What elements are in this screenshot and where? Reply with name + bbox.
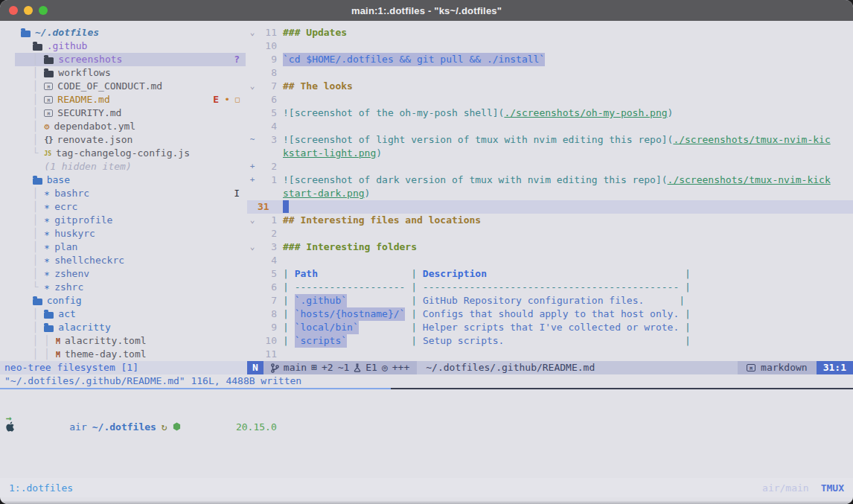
error-count: E1 — [365, 361, 377, 374]
shell-prompt: air ~/.dotfiles ↻ 20.15.0 — [6, 399, 277, 454]
tree-item-code-of-conduct[interactable]: │ CODE_OF_CONDUCT.md — [15, 80, 246, 93]
tree-item-label: act — [58, 307, 75, 321]
editor-line[interactable]: 5 ![screenshot of the oh-my-posh shell](… — [247, 106, 853, 120]
git-unstaged-badge: □ — [235, 93, 240, 106]
markdown-icon — [747, 364, 755, 371]
tree-item-base[interactable]: base — [15, 173, 246, 187]
tree-item-ecrc[interactable]: │ ∗ ecrc — [15, 200, 246, 214]
tree-item-screenshots[interactable]: │ screenshots ? — [15, 53, 246, 66]
tree-item-github[interactable]: .github — [15, 39, 246, 53]
editor-line[interactable]: 7 | `.github` | GitHub Repository config… — [247, 294, 853, 307]
editor-line[interactable]: ⌄ 1 ## Interesting files and locations — [247, 214, 853, 227]
editor-line[interactable]: 4 — [247, 120, 853, 133]
tree-item-act[interactable]: │ act — [15, 307, 246, 321]
markdown-link[interactable]: kstart-light.png — [283, 147, 376, 160]
tree-item-label: renovate.json — [57, 133, 133, 147]
toml-file-icon: M — [56, 351, 60, 359]
nvim-workspace: ~/.dotfiles .github │ screenshots ? │ — [0, 21, 853, 361]
tree-item-workflows[interactable]: │ workflows — [15, 66, 246, 80]
markdown-link[interactable]: ./screenshots/tmux-nvim-kic — [673, 133, 830, 147]
tree-item-theme-day-toml[interactable]: │ │ M theme-day.toml — [15, 348, 246, 361]
tree-item-shellcheckrc[interactable]: │ ∗ shellcheckrc — [15, 254, 246, 267]
editor-line[interactable]: ⌄ 11 ### Updates — [247, 26, 853, 39]
editor-line[interactable]: + 1 ![screenshot of dark version of tmux… — [247, 173, 853, 187]
tree-item-renovate[interactable]: │ {} renovate.json — [15, 133, 246, 147]
folder-icon — [21, 29, 31, 37]
tree-item-label: CODE_OF_CONDUCT.md — [57, 80, 162, 93]
tree-item-config[interactable]: config — [15, 294, 246, 307]
prompt-arrow: → — [6, 412, 12, 424]
editor-line-wrap[interactable]: start-dark.png) — [247, 187, 853, 200]
diagnostic-error-badge: E — [213, 93, 219, 106]
editor-line[interactable]: 9 `cd $HOME/.dotfiles && git pull && ./i… — [247, 53, 853, 66]
editor-line[interactable]: 6 — [247, 93, 853, 106]
editor-line[interactable]: 6 | ------------------- | --------------… — [247, 281, 853, 294]
record-icon: ◎ — [382, 361, 388, 374]
editor-line[interactable]: ⌄ 7 ## The looks — [247, 80, 853, 93]
editor-cursor-line[interactable]: 31 — [247, 200, 853, 214]
editor-line[interactable]: 8 — [247, 66, 853, 80]
editor-line[interactable]: + 2 — [247, 160, 853, 173]
tree-item-tag-changelog[interactable]: └ JS tag-changelog-config.js — [15, 147, 246, 160]
git-modified-badge: • — [224, 93, 230, 106]
tree-item-bashrc[interactable]: │ ∗ bashrc I — [15, 187, 246, 200]
nodejs-icon — [173, 400, 231, 453]
text-cursor — [283, 200, 289, 213]
tree-item-dotfiles-root[interactable]: ~/.dotfiles — [15, 26, 246, 39]
shell-pane[interactable]: air ~/.dotfiles ↻ 20.15.0 → — [0, 389, 853, 478]
fold-open-icon[interactable]: ⌄ — [247, 80, 258, 93]
folder-icon — [44, 69, 54, 77]
tree-item-alacritty[interactable]: │ alacritty — [15, 321, 246, 334]
tree-item-security[interactable]: │ SECURITY.md — [15, 106, 246, 120]
tree-item-label: gitprofile — [54, 214, 112, 227]
folder-icon — [33, 176, 42, 185]
hunk-indicator: +++ — [392, 361, 409, 374]
window-bottom-edge — [0, 500, 853, 504]
node-version: 20.15.0 — [236, 421, 277, 433]
tree-item-plan[interactable]: │ ∗ plan — [15, 240, 246, 254]
json-file-icon: {} — [44, 133, 52, 147]
tree-item-gitprofile[interactable]: │ ∗ gitprofile — [15, 214, 246, 227]
tree-item-label: ~/.dotfiles — [35, 26, 99, 39]
fold-open-icon[interactable]: ⌄ — [247, 26, 258, 39]
tree-item-label: plan — [54, 240, 77, 254]
markdown-link[interactable]: ./screenshots/oh-my-posh.png — [504, 106, 667, 120]
close-window-button[interactable] — [9, 6, 18, 15]
editor-line-wrap[interactable]: kstart-light.png) — [247, 147, 853, 160]
config-file-icon: ∗ — [44, 214, 50, 227]
tree-item-label: README.md — [57, 93, 109, 106]
tree-item-zshrc[interactable]: └ ∗ zshrc — [15, 281, 246, 294]
git-untracked-badge: ? — [234, 53, 240, 66]
tree-item-label: config — [47, 294, 82, 307]
titlebar: main:1:.dotfiles - "ks~/.dotfiles" — [0, 0, 853, 21]
editor-line[interactable]: ⌄ 3 ### Interesting folders — [247, 240, 853, 254]
minimize-window-button[interactable] — [24, 6, 33, 15]
editor-line[interactable]: 5 | Path | Description | — [247, 267, 853, 281]
config-file-icon: ∗ — [44, 267, 50, 281]
tree-item-zshenv[interactable]: │ ∗ zshenv — [15, 267, 246, 281]
statusline: neo-tree filesystem [1] N main⊞+2~1 E1◎+… — [0, 361, 853, 374]
tree-item-huskyrc[interactable]: │ ∗ huskyrc — [15, 227, 246, 240]
editor-line[interactable]: 9 | `local/bin` | Helper scripts that I'… — [247, 321, 853, 334]
editor-line[interactable]: 11 — [247, 348, 853, 361]
tree-item-dependabot[interactable]: │ ⚙ dependabot.yml — [15, 120, 246, 133]
tree-item-readme[interactable]: │ README.md E • □ — [15, 93, 246, 106]
editor-line[interactable]: 4 — [247, 254, 853, 267]
editor-line[interactable]: 10 — [247, 39, 853, 53]
config-file-icon: ∗ — [44, 240, 50, 254]
hidden-items-label: (1 hidden item) — [44, 160, 131, 173]
vim-mode-indicator: N — [247, 361, 263, 374]
fold-open-icon[interactable]: ⌄ — [247, 240, 258, 254]
markdown-link[interactable]: start-dark.png — [283, 187, 365, 200]
editor-line[interactable]: 2 — [247, 227, 853, 240]
editor-line[interactable]: ~ 3 ![screenshot of light version of tmu… — [247, 133, 853, 147]
fold-open-icon[interactable]: ⌄ — [247, 214, 258, 227]
tree-item-alacritty-toml[interactable]: │ │ M alacritty.toml — [15, 334, 246, 348]
editor-line[interactable]: 8 | `hosts/{hostname}/` | Configs that s… — [247, 307, 853, 321]
markdown-link[interactable]: ./screenshots/tmux-nvim-kick — [668, 173, 831, 187]
editor-line[interactable]: 10 | `scripts` | Setup scripts. | — [247, 334, 853, 348]
zoom-window-button[interactable] — [39, 6, 48, 15]
folder-icon — [44, 324, 54, 332]
tree-item-label: workflows — [58, 66, 110, 80]
tmux-window-tab[interactable]: 1:.dotfiles — [9, 482, 73, 494]
